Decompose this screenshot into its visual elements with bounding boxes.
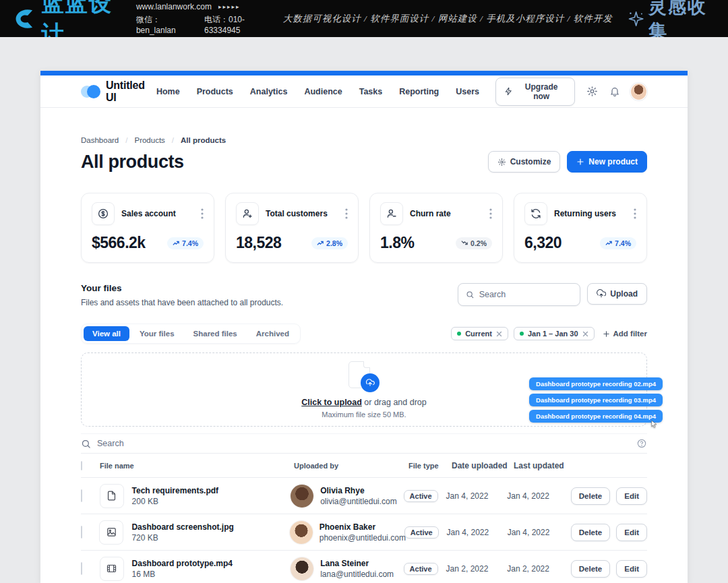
- files-search-input[interactable]: [458, 283, 580, 306]
- upload-tooltip: Dashboard prototype recording 03.mp4: [529, 394, 663, 406]
- tab-archived[interactable]: Archived: [247, 326, 298, 341]
- nav-item-analytics[interactable]: Analytics: [250, 87, 288, 96]
- card-menu-dots-icon[interactable]: [345, 208, 348, 219]
- search-icon: [466, 290, 474, 299]
- tab-your-files[interactable]: Your files: [131, 326, 183, 341]
- row-checkbox[interactable]: [81, 526, 82, 539]
- help-icon[interactable]: [636, 438, 647, 449]
- table-search-bar[interactable]: [81, 433, 647, 454]
- page-title: All products: [81, 152, 184, 173]
- avatar: [290, 521, 313, 544]
- inspiration-text: 灵感收集: [648, 0, 715, 43]
- date-uploaded: Jan 4, 2022: [446, 491, 508, 501]
- sparkle-star-icon: [628, 9, 644, 29]
- breadcrumb-dashboard[interactable]: Dashboard: [81, 136, 119, 144]
- close-icon[interactable]: [582, 331, 588, 337]
- plus-icon: [576, 158, 584, 166]
- close-icon[interactable]: [496, 331, 502, 337]
- nav-item-audience[interactable]: Audience: [304, 87, 342, 96]
- stat-value: 18,528: [236, 234, 281, 252]
- untitledui-logo-icon: [81, 85, 100, 98]
- card-menu-dots-icon[interactable]: [634, 208, 636, 219]
- breadcrumb-separator: /: [125, 136, 127, 144]
- stat-title: Churn rate: [410, 209, 451, 218]
- column-last-updated: Last updated: [514, 461, 564, 470]
- delete-button[interactable]: Delete: [571, 524, 611, 541]
- trend-badge: 2.8%: [311, 237, 348, 249]
- delete-button[interactable]: Delete: [571, 487, 611, 505]
- file-icon: [100, 484, 124, 508]
- page-background: Untitled UI Home Products Analytics Audi…: [0, 37, 728, 583]
- trend-up-icon: [605, 240, 612, 246]
- breadcrumb-all-products[interactable]: All products: [181, 136, 226, 144]
- banner-phone: 电话：010-63334945: [204, 14, 268, 35]
- filter-chip-current[interactable]: Current: [451, 327, 508, 340]
- table-row: Tech requirements.pdf 200 KB Olivia Rhye…: [81, 478, 647, 514]
- add-filter-button[interactable]: Add filter: [603, 330, 647, 338]
- stat-card-sales-account: Sales account $566.2k 7.4%: [81, 193, 214, 263]
- edit-button[interactable]: Edit: [616, 487, 647, 505]
- gear-icon: [497, 158, 506, 166]
- upload-tooltip: Dashboard prototype recording 02.mp4: [529, 377, 663, 390]
- delete-button[interactable]: Delete: [571, 560, 611, 578]
- search-field[interactable]: [479, 290, 573, 299]
- upload-dropzone[interactable]: Click to upload or drag and drop Maximum…: [81, 352, 647, 427]
- upload-cloud-icon: [361, 373, 380, 392]
- video-icon: [100, 557, 124, 581]
- file-name[interactable]: Tech requirements.pdf: [132, 486, 218, 495]
- nav-item-products[interactable]: Products: [197, 87, 233, 96]
- banner-wechat: 微信：ben_lanlan: [136, 14, 189, 35]
- stat-card-churn-rate: Churn rate 1.8% 0.2%: [369, 193, 503, 263]
- file-size: 720 KB: [131, 533, 233, 543]
- breadcrumb-products[interactable]: Products: [134, 136, 164, 144]
- status-badge: Active: [404, 526, 439, 539]
- status-dot: [457, 332, 461, 336]
- filter-chip-date-range[interactable]: Jan 1 – Jan 30: [514, 327, 595, 340]
- select-all-checkbox[interactable]: [81, 461, 82, 470]
- breadcrumb-separator: /: [172, 136, 174, 144]
- column-date-uploaded: Date uploaded: [452, 461, 508, 470]
- lanlan-logo-icon: [13, 5, 36, 32]
- last-updated: Jan 4, 2022: [507, 491, 571, 501]
- file-name[interactable]: Dashboard prototype.mp4: [132, 559, 233, 568]
- user-avatar[interactable]: [630, 83, 647, 100]
- card-menu-dots-icon[interactable]: [489, 208, 492, 219]
- card-menu-dots-icon[interactable]: [201, 208, 204, 219]
- status-badge: Active: [404, 563, 438, 575]
- row-checkbox[interactable]: [81, 489, 82, 502]
- upload-tooltip: Dashboard prototype recording 04.mp4: [529, 410, 663, 423]
- nav-item-tasks[interactable]: Tasks: [359, 87, 383, 96]
- banner-inspiration: 灵感收集: [628, 0, 715, 43]
- tab-view-all[interactable]: View all: [84, 326, 129, 341]
- upload-file-icon: [348, 361, 380, 392]
- tab-shared-files[interactable]: Shared files: [185, 326, 246, 341]
- settings-gear-icon[interactable]: [586, 86, 598, 97]
- table-search-field[interactable]: [97, 439, 630, 448]
- notifications-bell-icon[interactable]: [609, 86, 620, 97]
- new-product-button[interactable]: New product: [567, 151, 647, 173]
- customize-button[interactable]: Customize: [488, 151, 561, 173]
- trend-down-icon: [461, 240, 468, 246]
- uploader-email: lana@untitledui.com: [320, 570, 394, 579]
- nav-item-reporting[interactable]: Reporting: [399, 87, 439, 96]
- edit-button[interactable]: Edit: [616, 524, 647, 541]
- stats-row: Sales account $566.2k 7.4%: [81, 193, 647, 263]
- upgrade-now-button[interactable]: Upgrade now: [495, 78, 575, 106]
- brand-name: Untitled UI: [106, 80, 156, 104]
- date-uploaded: Jan 4, 2022: [446, 528, 507, 537]
- click-to-upload-link[interactable]: Click to upload: [301, 398, 362, 407]
- file-name[interactable]: Dashboard screenshot.jpg: [131, 522, 233, 532]
- app-navbar: Untitled UI Home Products Analytics Audi…: [40, 75, 688, 108]
- untitledui-logo[interactable]: Untitled UI: [81, 80, 156, 104]
- image-icon: [99, 520, 123, 545]
- edit-button[interactable]: Edit: [616, 560, 647, 578]
- users-minus-icon: [380, 202, 403, 225]
- row-checkbox[interactable]: [81, 562, 82, 575]
- nav-item-home[interactable]: Home: [156, 87, 180, 96]
- upload-button[interactable]: Upload: [587, 283, 647, 305]
- last-updated: Jan 2, 2022: [507, 564, 571, 574]
- nav-item-users[interactable]: Users: [456, 87, 479, 96]
- arrows-decoration: ▸▸▸▸▸: [218, 3, 241, 10]
- stat-title: Total customers: [266, 209, 328, 218]
- trend-badge: 7.4%: [600, 237, 636, 249]
